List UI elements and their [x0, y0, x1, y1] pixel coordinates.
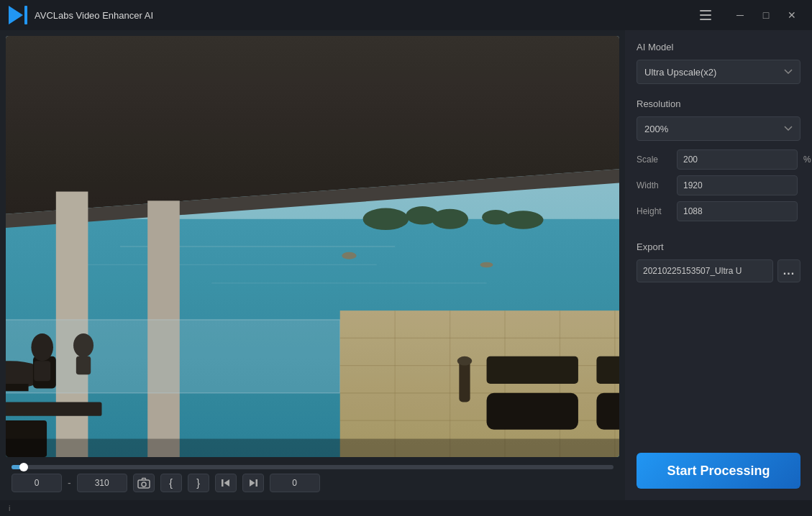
- next-frame-icon: [247, 477, 259, 489]
- right-panel: AI Model Ultra Upscale(x2) Standard Upsc…: [625, 30, 812, 500]
- resolution-label: Resolution: [637, 98, 800, 109]
- export-row: ...: [637, 259, 800, 282]
- frame-current-input[interactable]: [270, 474, 320, 492]
- video-section: - { }: [0, 30, 625, 500]
- controls-row: - { }: [12, 474, 613, 492]
- width-label: Width: [637, 180, 671, 190]
- main-content: - { }: [0, 30, 812, 500]
- progress-thumb: [19, 463, 28, 471]
- separator-dash: -: [68, 477, 71, 489]
- frame-end-input[interactable]: [77, 474, 127, 492]
- svg-marker-57: [250, 479, 255, 487]
- app-logo: [9, 6, 27, 24]
- next-frame-button[interactable]: [242, 474, 264, 492]
- ai-model-select-wrapper: Ultra Upscale(x2) Standard Upscale(x2) D…: [637, 60, 800, 84]
- svg-rect-1: [24, 6, 27, 24]
- export-label: Export: [637, 241, 800, 252]
- status-text: i: [9, 504, 10, 512]
- svg-rect-56: [255, 479, 257, 487]
- status-bar: i: [0, 500, 812, 516]
- start-processing-button[interactable]: Start Processing: [637, 453, 800, 489]
- svg-rect-51: [6, 439, 619, 457]
- video-preview: [6, 36, 619, 457]
- width-input[interactable]: [677, 175, 798, 195]
- app-title: AVCLabs Video Enhancer AI: [35, 10, 694, 21]
- resolution-select[interactable]: 200% 100% 150% 300% 400%: [637, 116, 800, 141]
- ai-model-label: AI Model: [637, 42, 800, 52]
- height-input[interactable]: [677, 201, 798, 221]
- svg-marker-0: [9, 6, 23, 24]
- scale-label: Scale: [637, 155, 671, 165]
- video-container: [6, 36, 619, 457]
- ai-model-section: AI Model Ultra Upscale(x2) Standard Upsc…: [637, 42, 800, 84]
- camera-icon: [137, 477, 150, 489]
- out-point-button[interactable]: }: [188, 474, 209, 492]
- minimize-button[interactable]: ─: [729, 5, 752, 25]
- svg-rect-50: [6, 36, 619, 457]
- width-row: Width: [637, 175, 800, 195]
- progress-bar[interactable]: [12, 465, 613, 469]
- resolution-section: Resolution 200% 100% 150% 300% 400% Scal…: [637, 98, 800, 227]
- scale-unit: %: [803, 155, 811, 165]
- svg-rect-54: [222, 479, 224, 487]
- svg-point-53: [142, 482, 146, 487]
- menu-button[interactable]: [694, 5, 717, 25]
- export-input[interactable]: [637, 259, 773, 282]
- ai-model-select[interactable]: Ultra Upscale(x2) Standard Upscale(x2) D…: [637, 60, 800, 84]
- prev-frame-button[interactable]: [215, 474, 237, 492]
- frame-start-input[interactable]: [12, 474, 62, 492]
- in-point-button[interactable]: {: [160, 474, 182, 492]
- scale-input[interactable]: [677, 149, 798, 170]
- window-controls: ─ □ ✕: [729, 5, 803, 25]
- export-section: Export ...: [637, 241, 800, 282]
- scale-row: Scale %: [637, 149, 800, 170]
- close-button[interactable]: ✕: [780, 5, 803, 25]
- start-processing-label: Start Processing: [667, 464, 770, 479]
- height-label: Height: [637, 206, 671, 216]
- export-browse-button[interactable]: ...: [777, 259, 800, 282]
- titlebar: AVCLabs Video Enhancer AI ─ □ ✕: [0, 0, 812, 30]
- maximize-button[interactable]: □: [754, 5, 777, 25]
- height-row: Height: [637, 201, 800, 221]
- svg-marker-55: [224, 479, 229, 487]
- prev-frame-icon: [220, 477, 232, 489]
- controls-bar: - { }: [6, 457, 619, 500]
- panel-spacer: [637, 297, 800, 453]
- snapshot-button[interactable]: [133, 474, 155, 492]
